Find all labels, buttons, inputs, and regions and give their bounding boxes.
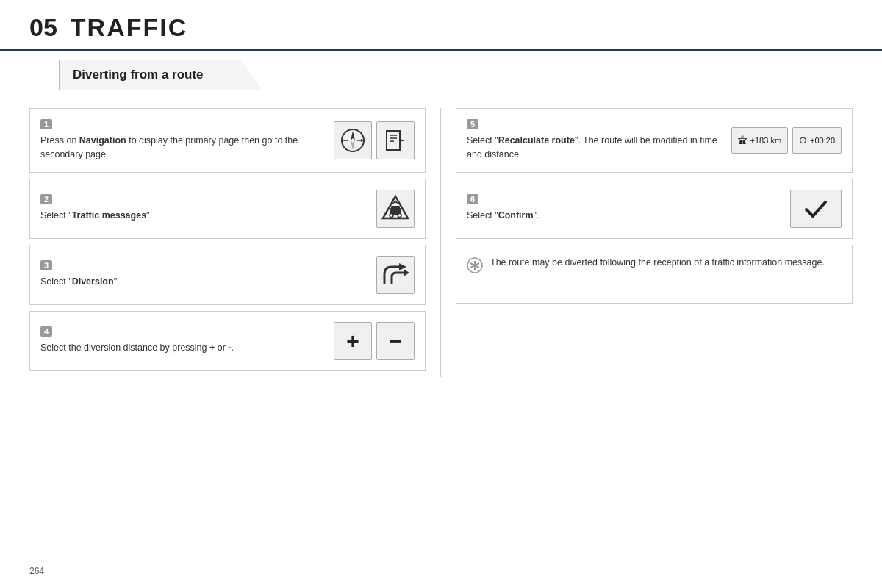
- step-6-number: 6: [467, 194, 478, 204]
- step-1-content: 1 Press on Navigation to display the pri…: [40, 119, 322, 162]
- step-4-content: 4 Select the diversion distance by press…: [40, 326, 322, 355]
- time-badge: ⊙ +00:20: [792, 127, 842, 154]
- step-3-content: 3 Select "Diversion".: [40, 260, 365, 289]
- step-2-box: 2 Select "Traffic messages".: [29, 179, 426, 239]
- step-3-icons: [376, 256, 415, 294]
- section-header-wrapper: Diverting from a route: [0, 51, 882, 90]
- step-1-text: Press on Navigation to display the prima…: [40, 134, 322, 162]
- step-6-content: 6 Select "Confirm".: [467, 194, 778, 223]
- km-badge: 🛣 +183 km: [731, 127, 789, 154]
- step-4-box: 4 Select the diversion distance by press…: [29, 311, 426, 371]
- diversion-icon: [376, 256, 415, 294]
- svg-marker-17: [404, 269, 409, 276]
- step-1-icons: [334, 121, 415, 159]
- step-2-content: 2 Select "Traffic messages".: [40, 194, 365, 223]
- step-5-content: 5 Select "Recalculate route". The route …: [467, 119, 723, 162]
- road-icon: 🛣: [738, 135, 747, 146]
- compass-svg: [339, 126, 367, 154]
- page-number: 264: [29, 566, 44, 576]
- step-5-icons: 🛣 +183 km ⊙ +00:20: [731, 127, 842, 154]
- step-2-text: Select "Traffic messages".: [40, 209, 365, 223]
- secondary-page-icon: [376, 121, 415, 159]
- svg-marker-16: [399, 263, 406, 270]
- traffic-car-svg: [380, 193, 411, 224]
- step-3-box: 3 Select "Diversion".: [29, 245, 426, 305]
- km-label: +183 km: [750, 136, 782, 145]
- traffic-messages-icon: [376, 190, 415, 228]
- minus-icon: −: [376, 322, 415, 360]
- svg-point-15: [398, 213, 401, 217]
- svg-marker-2: [351, 140, 355, 150]
- step-2-icons: [376, 190, 415, 228]
- step-3-text: Select "Diversion".: [40, 275, 365, 289]
- content-area: 1 Press on Navigation to display the pri…: [0, 90, 882, 392]
- svg-rect-13: [391, 206, 400, 210]
- chapter-title: TRAFFIC: [71, 13, 187, 42]
- compass-nav-icon: [334, 121, 372, 159]
- asterisk-svg: [467, 257, 483, 273]
- step-4-number: 4: [40, 326, 52, 337]
- step-2-number: 2: [40, 194, 52, 204]
- step-5-number: 5: [467, 119, 478, 129]
- step-1-box: 1 Press on Navigation to display the pri…: [29, 108, 426, 173]
- step-5-text: Select "Recalculate route". The route wi…: [467, 134, 723, 162]
- svg-rect-6: [387, 131, 400, 150]
- checkmark-svg: [802, 195, 830, 223]
- note-asterisk-icon: [467, 257, 483, 277]
- step-3-number: 3: [40, 260, 52, 270]
- step-4-text: Select the diversion distance by pressin…: [40, 341, 322, 355]
- note-text: The route may be diverted following the …: [490, 256, 842, 270]
- time-label: +00:20: [810, 136, 835, 145]
- chapter-number: 05: [29, 13, 57, 42]
- step-6-text: Select "Confirm".: [467, 209, 778, 223]
- svg-marker-1: [351, 131, 355, 140]
- clock-icon: ⊙: [799, 135, 807, 146]
- diversion-svg: [380, 261, 411, 289]
- svg-marker-10: [400, 139, 405, 142]
- step-6-box: 6 Select "Confirm".: [456, 179, 853, 239]
- page-header: 05 TRAFFIC: [0, 0, 882, 51]
- step-5-box: 5 Select "Recalculate route". The route …: [456, 108, 853, 173]
- left-column: 1 Press on Navigation to display the pri…: [29, 108, 441, 377]
- confirm-checkmark-icon: [790, 190, 842, 228]
- plus-icon: +: [334, 322, 372, 360]
- section-header: Diverting from a route: [59, 60, 263, 90]
- note-box: The route may be diverted following the …: [456, 245, 853, 304]
- step-1-number: 1: [40, 119, 52, 129]
- right-column: 5 Select "Recalculate route". The route …: [441, 108, 853, 377]
- page-arrow-svg: [384, 129, 407, 152]
- section-title: Diverting from a route: [73, 68, 204, 82]
- step-4-icons: + −: [334, 322, 415, 360]
- svg-point-14: [390, 213, 393, 217]
